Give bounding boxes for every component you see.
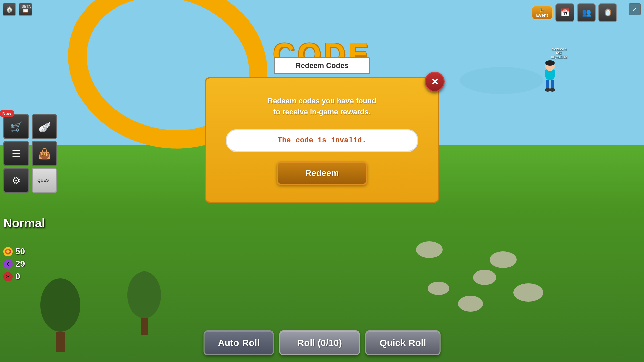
event-icon: 🎉 bbox=[539, 8, 545, 13]
group-icon-btn[interactable]: 👥 bbox=[577, 3, 596, 22]
quest-label: QUEST bbox=[37, 178, 51, 183]
svg-rect-3 bbox=[546, 80, 549, 89]
bottom-buttons: Auto Roll Roll (0/10) Quick Roll bbox=[204, 330, 441, 355]
portrait-icon: 🪞 bbox=[603, 8, 612, 17]
quest-button[interactable]: QUEST bbox=[32, 168, 57, 193]
player-character bbox=[537, 60, 564, 94]
coin-icon: ⭕ bbox=[3, 247, 13, 256]
code-input[interactable] bbox=[226, 129, 418, 152]
redeem-header-title: Redeem Codes bbox=[296, 61, 349, 70]
calendar-icon-btn[interactable]: 📅 bbox=[555, 3, 574, 22]
new-badge: New bbox=[0, 110, 14, 117]
modal-subtitle: Redeem codes you have foundto receive in… bbox=[226, 95, 418, 117]
tree-mid bbox=[127, 272, 161, 335]
bag-icon: 👜 bbox=[38, 148, 51, 160]
close-button[interactable]: ✕ bbox=[425, 72, 445, 92]
event-button[interactable]: 🎉 Event bbox=[532, 6, 553, 20]
player-username: allyn1502 bbox=[551, 55, 567, 59]
coins-value: 50 bbox=[15, 246, 25, 257]
tree-left bbox=[40, 278, 80, 352]
top-right-ui: 🎉 Event 📅 👥 🪞 bbox=[532, 3, 617, 22]
svg-point-2 bbox=[545, 60, 555, 66]
group-icon: 👥 bbox=[582, 8, 591, 17]
redeem-header-box: Redeem Codes bbox=[274, 57, 370, 74]
wings-icon: 🪽 bbox=[38, 121, 51, 133]
mode-label: Normal bbox=[3, 216, 45, 230]
list-button[interactable]: ☰ bbox=[3, 141, 29, 166]
settings-icon: ⚙ bbox=[12, 175, 21, 186]
svg-point-5 bbox=[545, 88, 550, 92]
player-nametag: Newborn lvl2 allyn1502 bbox=[551, 47, 567, 59]
player-level: lvl2 bbox=[551, 51, 567, 55]
shop-icon: 🛒 bbox=[10, 121, 22, 133]
roll-main-button[interactable]: Roll (0/10) bbox=[279, 330, 360, 355]
beta-badge: BETA bbox=[20, 4, 32, 9]
maximize-button[interactable]: ⤢ bbox=[629, 3, 641, 15]
portrait-icon-btn[interactable]: 🪞 bbox=[598, 3, 617, 22]
shop-button[interactable]: New 🛒 bbox=[3, 114, 29, 139]
home-icon[interactable]: 🏠 bbox=[3, 3, 16, 16]
auto-roll-button[interactable]: Auto Roll bbox=[204, 330, 274, 355]
svg-point-6 bbox=[550, 88, 555, 92]
player-stats: ⭕ 50 🗡 29 ✂ 0 bbox=[3, 246, 25, 282]
left-sidebar: New 🛒 🪽 ☰ 👜 ⚙ QUEST bbox=[3, 114, 58, 193]
redeem-modal: ✕ Redeem codes you have foundto receive … bbox=[205, 77, 439, 203]
water-area bbox=[460, 67, 543, 94]
wings-button[interactable]: 🪽 bbox=[32, 114, 57, 139]
red-stat-row: ✂ 0 bbox=[3, 271, 25, 282]
event-label: Event bbox=[536, 13, 548, 18]
list-icon: ☰ bbox=[12, 148, 21, 160]
red-stat-icon: ✂ bbox=[3, 272, 13, 281]
top-left-ui: 🏠 📋 BETA bbox=[3, 3, 32, 16]
coins-row: ⭕ 50 bbox=[3, 246, 25, 257]
player-rank: Newborn bbox=[551, 47, 567, 51]
bag-button[interactable]: 👜 bbox=[32, 141, 57, 166]
redeem-button[interactable]: Redeem bbox=[277, 161, 367, 185]
red-stat-value: 0 bbox=[15, 271, 20, 282]
calendar-icon: 📅 bbox=[560, 8, 570, 17]
purple-stat-icon: 🗡 bbox=[3, 259, 13, 269]
settings-button[interactable]: ⚙ bbox=[3, 168, 29, 193]
purple-stat-value: 29 bbox=[15, 259, 25, 269]
purple-stat-row: 🗡 29 bbox=[3, 259, 25, 269]
svg-rect-4 bbox=[551, 80, 554, 89]
quick-roll-button[interactable]: Quick Roll bbox=[365, 330, 440, 355]
